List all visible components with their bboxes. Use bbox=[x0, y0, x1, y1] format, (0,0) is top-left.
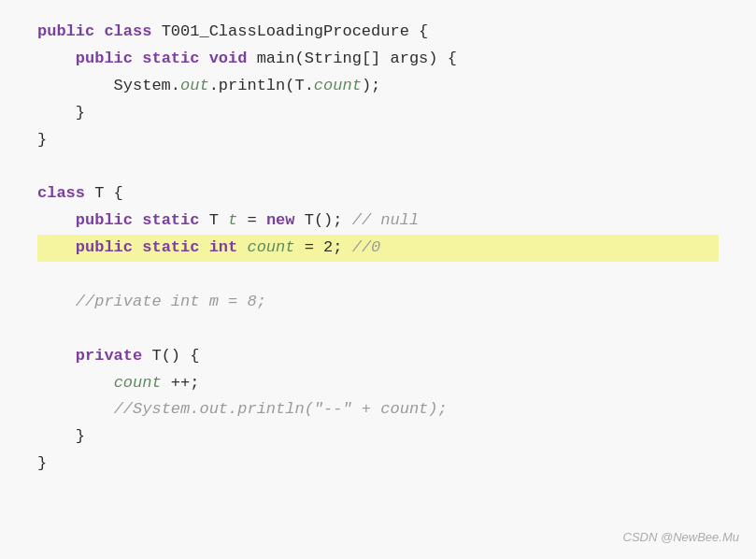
watermark: CSDN @NewBee.Mu bbox=[623, 527, 739, 548]
code-line-14: count ++; bbox=[37, 370, 719, 397]
code-line-11: //private int m = 8; bbox=[37, 289, 719, 316]
code-line-17: } bbox=[37, 451, 719, 478]
keyword-void: void bbox=[209, 50, 248, 67]
keyword-class: class bbox=[104, 22, 151, 40]
keyword-public: public bbox=[76, 50, 133, 67]
code-line-10 bbox=[37, 262, 719, 289]
code-line-7: class T { bbox=[37, 180, 719, 208]
code-content: public class T001_ClassLoadingProcedure … bbox=[37, 19, 719, 478]
count-var-decl: count bbox=[247, 238, 294, 256]
code-line-15: //System.out.println("--" + count); bbox=[37, 396, 719, 423]
code-line-1: public class T001_ClassLoadingProcedure … bbox=[37, 19, 719, 46]
code-line-12 bbox=[37, 316, 719, 343]
code-line-16: } bbox=[37, 423, 719, 451]
code-line-9: public static int count = 2; //0 bbox=[37, 235, 719, 262]
code-line-8: public static T t = new T(); // null bbox=[37, 208, 719, 235]
code-line-2: public static void main(String[] args) { bbox=[37, 46, 719, 73]
keyword-public: public bbox=[37, 22, 94, 40]
code-line-4: } bbox=[37, 100, 719, 127]
code-line-6 bbox=[37, 153, 719, 180]
keyword-static: static bbox=[142, 50, 199, 67]
code-line-3: System.out.println(T.count); bbox=[37, 73, 719, 100]
code-line-5: } bbox=[37, 127, 719, 154]
keyword-class: class bbox=[37, 184, 85, 202]
count-var: count bbox=[314, 77, 362, 94]
code-viewer: public class T001_ClassLoadingProcedure … bbox=[0, 0, 756, 559]
class-name: T001_ClassLoadingProcedure { bbox=[151, 22, 428, 40]
code-line-13: private T() { bbox=[37, 343, 719, 370]
